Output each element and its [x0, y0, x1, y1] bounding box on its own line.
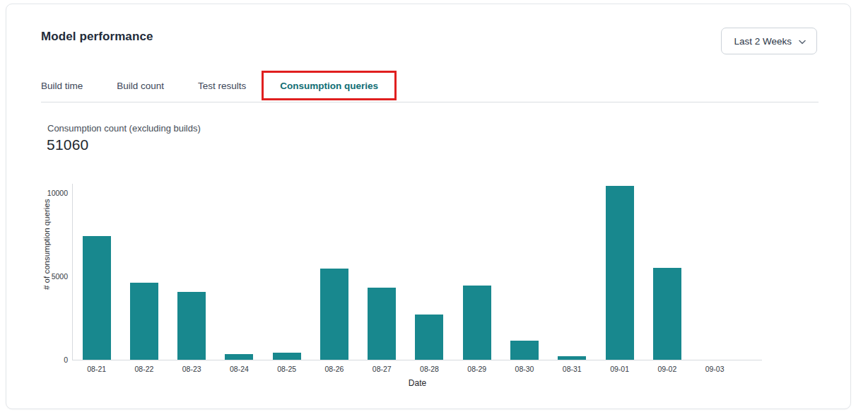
bar-08-23[interactable] — [177, 292, 206, 360]
date-range-dropdown[interactable]: Last 2 Weeks — [721, 28, 817, 54]
chevron-down-icon — [799, 40, 806, 45]
x-tick-label: 09-02 — [643, 365, 691, 373]
metric-label: Consumption count (excluding builds) — [47, 123, 201, 134]
x-tick-label: 08-28 — [406, 365, 453, 373]
x-tick-label: 08-27 — [358, 365, 406, 373]
bar-slot: 08-24 — [216, 184, 263, 360]
plot-area: # of consumption queries 08-2108-2208-23… — [72, 184, 762, 360]
bar-slot: 08-31 — [549, 184, 596, 360]
bars-row: 08-2108-2208-2308-2408-2508-2608-2708-28… — [73, 184, 739, 360]
x-tick-label: 08-25 — [263, 365, 310, 373]
bar-08-28[interactable] — [415, 315, 443, 360]
x-tick-label: 08-30 — [500, 365, 548, 373]
x-tick-label: 08-21 — [73, 365, 120, 373]
x-tick-label: 08-24 — [216, 365, 263, 373]
date-range-value: Last 2 Weeks — [734, 36, 792, 47]
bar-08-22[interactable] — [130, 283, 158, 360]
metric-value: 51060 — [47, 136, 88, 153]
tab-label: Build count — [117, 81, 164, 91]
tab-bar: Build time Build count Test results Cons… — [41, 71, 378, 100]
tab-consumption-queries[interactable]: Consumption queries — [280, 81, 378, 91]
y-tick-label: 5000 — [37, 273, 68, 281]
bar-08-31[interactable] — [558, 356, 586, 360]
bar-08-29[interactable] — [463, 286, 491, 360]
bar-slot: 08-27 — [358, 184, 406, 360]
tab-label: Build time — [41, 81, 83, 91]
x-tick-label: 08-31 — [549, 365, 596, 373]
bar-slot: 08-28 — [406, 184, 453, 360]
bar-08-26[interactable] — [320, 269, 348, 360]
bar-slot: 09-03 — [691, 184, 738, 360]
x-axis-title: Date — [73, 378, 762, 388]
bar-09-02[interactable] — [653, 268, 681, 360]
tab-build-time[interactable]: Build time — [41, 81, 83, 91]
bar-slot: 08-22 — [120, 184, 168, 360]
tab-build-count[interactable]: Build count — [117, 81, 164, 91]
x-tick-label: 09-01 — [596, 365, 643, 373]
bar-slot: 08-21 — [73, 184, 120, 360]
x-tick-label: 09-03 — [691, 365, 738, 373]
y-axis-title: # of consumption queries — [42, 254, 51, 290]
bar-08-25[interactable] — [273, 353, 301, 360]
tab-label: Test results — [198, 81, 246, 91]
x-tick-label: 08-29 — [453, 365, 500, 373]
x-tick-label: 08-22 — [120, 365, 168, 373]
tab-divider — [41, 102, 819, 102]
bar-08-21[interactable] — [83, 236, 111, 360]
bar-slot: 08-25 — [263, 184, 310, 360]
bar-08-27[interactable] — [368, 288, 396, 360]
y-tick-label: 0 — [37, 356, 68, 364]
bar-slot: 08-30 — [500, 184, 548, 360]
page-title: Model performance — [41, 30, 153, 44]
bar-slot: 08-29 — [453, 184, 500, 360]
bar-08-24[interactable] — [225, 354, 253, 360]
x-tick-label: 08-23 — [168, 365, 216, 373]
bar-slot: 08-26 — [310, 184, 358, 360]
bar-08-30[interactable] — [510, 341, 539, 360]
bar-09-01[interactable] — [606, 186, 634, 360]
bar-slot: 09-02 — [643, 184, 691, 360]
tab-label: Consumption queries — [280, 81, 378, 91]
model-performance-card: Model performance Last 2 Weeks Build tim… — [6, 4, 851, 409]
x-tick-label: 08-26 — [310, 365, 358, 373]
tab-test-results[interactable]: Test results — [198, 81, 246, 91]
bar-slot: 08-23 — [168, 184, 216, 360]
y-tick-label: 10000 — [37, 189, 68, 197]
bar-slot: 09-01 — [596, 184, 643, 360]
